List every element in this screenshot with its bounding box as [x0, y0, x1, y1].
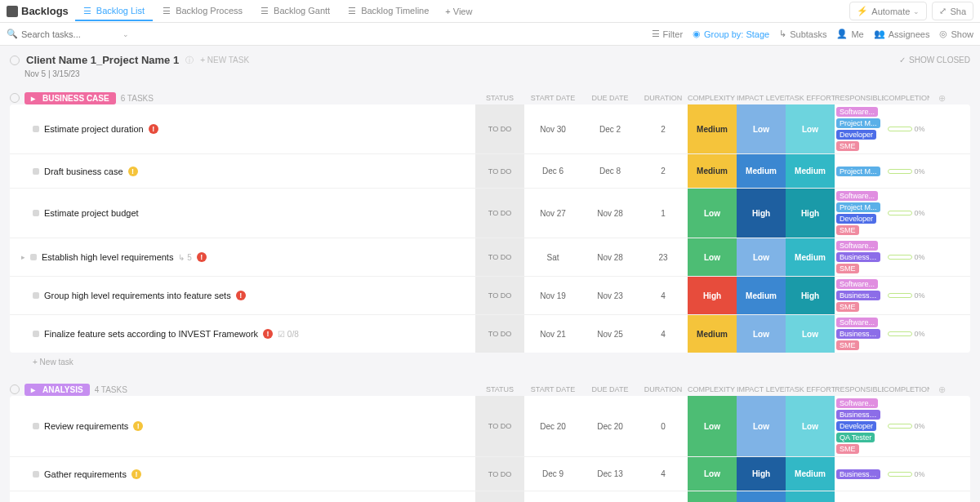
responsible-chip[interactable]: Business ...	[836, 291, 880, 300]
tab-backlog-timeline[interactable]: ☰Backlog Timeline	[340, 2, 437, 21]
responsible-chip[interactable]: SME	[836, 225, 859, 235]
priority-flag-icon[interactable]: !	[131, 469, 141, 479]
tab-backlog-process[interactable]: ☰Backlog Process	[154, 2, 251, 21]
show-button[interactable]: ◎Show	[939, 29, 973, 39]
info-icon[interactable]: ⓘ	[185, 55, 194, 66]
duration-cell[interactable]: 1	[639, 189, 688, 238]
complexity-cell[interactable]: Medium	[688, 315, 737, 353]
responsible-chip[interactable]: SME	[836, 302, 859, 312]
task-row[interactable]: Review requirements!TO DODec 20Dec 200Lo…	[10, 396, 970, 457]
complexity-cell[interactable]: Low	[688, 457, 737, 491]
complexity-cell[interactable]: Low	[688, 189, 737, 238]
impact-cell[interactable]: Medium	[737, 491, 786, 502]
responsible-chip[interactable]: Software...	[836, 107, 878, 117]
responsible-cell[interactable]: Business ...	[835, 457, 884, 491]
due-date-cell[interactable]: Nov 28	[581, 189, 639, 238]
due-date-cell[interactable]: Dec 21	[581, 491, 639, 502]
add-column-button[interactable]: ⊕	[929, 384, 954, 395]
impact-cell[interactable]: High	[737, 457, 786, 491]
col-head[interactable]: IMPACT LEVEL	[737, 94, 786, 102]
responsible-chip[interactable]: Software...	[836, 279, 878, 289]
duration-cell[interactable]: 4	[639, 315, 688, 353]
priority-flag-icon[interactable]: !	[263, 329, 273, 339]
collapse-circle-icon[interactable]	[10, 56, 20, 65]
task-name-cell[interactable]: Review requirements!	[10, 396, 475, 456]
status-dot-icon[interactable]	[33, 168, 39, 175]
due-date-cell[interactable]: Nov 25	[581, 315, 639, 353]
col-head[interactable]: IMPACT LEVEL	[737, 385, 786, 393]
responsible-chip[interactable]: Developer	[836, 214, 876, 224]
due-date-cell[interactable]: Dec 20	[581, 396, 639, 456]
col-head[interactable]: RESPONSIBLE	[835, 385, 884, 393]
impact-cell[interactable]: Low	[737, 396, 786, 456]
status-dot-icon[interactable]	[33, 423, 39, 429]
subtasks-button[interactable]: ↳Subtasks	[779, 29, 826, 39]
chevron-down-icon[interactable]: ⌄	[122, 30, 129, 38]
due-date-cell[interactable]: Dec 8	[581, 154, 639, 188]
impact-cell[interactable]: Medium	[737, 154, 786, 188]
due-date-cell[interactable]: Dec 2	[581, 104, 639, 153]
col-head[interactable]: RESPONSIBLE	[835, 94, 884, 102]
checklist-indicator[interactable]: ☑ 0/8	[278, 330, 299, 339]
me-button[interactable]: 👤Me	[836, 29, 863, 39]
responsible-cell[interactable]: Project M...	[835, 154, 884, 188]
search-input[interactable]	[21, 29, 119, 39]
status-dot-icon[interactable]	[30, 254, 37, 260]
duration-cell[interactable]: 4	[639, 457, 688, 491]
row-action[interactable]	[929, 457, 954, 491]
responsible-cell[interactable]: Software...Project M...DeveloperSME	[835, 189, 884, 238]
responsible-chip[interactable]: Business ...	[836, 252, 880, 262]
start-date-cell[interactable]: Sat	[524, 238, 581, 276]
collapse-group-icon[interactable]	[10, 93, 20, 103]
start-date-cell[interactable]: Nov 19	[524, 277, 581, 314]
status-dot-icon[interactable]	[33, 210, 39, 216]
responsible-cell[interactable]: Software...Business ...SME	[835, 315, 884, 353]
col-head[interactable]: START DATE	[524, 94, 581, 102]
start-date-cell[interactable]: Nov 27	[524, 189, 581, 238]
responsible-cell[interactable]: SME	[835, 491, 884, 502]
tab-backlog-gantt[interactable]: ☰Backlog Gantt	[252, 2, 338, 21]
responsible-chip[interactable]: Developer	[836, 421, 876, 431]
automate-button[interactable]: ⚡ Automate ⌄	[849, 2, 927, 20]
status-cell[interactable]: TO DO	[475, 491, 524, 502]
effort-cell[interactable]: High	[786, 189, 835, 238]
col-head[interactable]: COMPLETION ...	[884, 94, 929, 102]
task-row[interactable]: Estimate project duration!TO DONov 30Dec…	[10, 104, 970, 154]
due-date-cell[interactable]: Nov 28	[581, 238, 639, 276]
share-button[interactable]: ⤢ Sha	[932, 2, 973, 20]
group-by-button[interactable]: ◉Group by: Stage	[693, 29, 769, 39]
completion-cell[interactable]: 0%	[884, 315, 929, 353]
task-name-cell[interactable]: Estimate project budget	[10, 189, 475, 238]
task-name-cell[interactable]: Sign-off requirements!	[10, 491, 475, 502]
responsible-chip[interactable]: SME	[836, 141, 859, 151]
priority-flag-icon[interactable]: !	[149, 124, 158, 134]
row-action[interactable]	[929, 491, 954, 502]
completion-cell[interactable]: 0%	[884, 457, 929, 491]
status-cell[interactable]: TO DO	[475, 277, 524, 314]
effort-cell[interactable]: Medium	[786, 154, 835, 188]
due-date-cell[interactable]: Dec 13	[581, 457, 639, 491]
col-head[interactable]: COMPLEXITY LEVEL	[688, 385, 737, 393]
effort-cell[interactable]: Low	[786, 104, 835, 153]
impact-cell[interactable]: Medium	[737, 277, 786, 314]
col-head[interactable]: START DATE	[524, 385, 581, 393]
expand-caret-icon[interactable]: ▸	[21, 253, 25, 261]
impact-cell[interactable]: Low	[737, 315, 786, 353]
responsible-chip[interactable]: QA Tester	[836, 433, 875, 442]
status-dot-icon[interactable]	[33, 292, 39, 299]
responsible-chip[interactable]: Business ...	[836, 469, 880, 479]
priority-flag-icon[interactable]: !	[128, 167, 138, 176]
task-row[interactable]: Sign-off requirements!TO DODec 21Dec 210…	[10, 491, 970, 502]
row-action[interactable]	[929, 238, 954, 276]
effort-cell[interactable]: High	[786, 277, 835, 314]
responsible-chip[interactable]: Developer	[836, 130, 876, 140]
status-dot-icon[interactable]	[33, 331, 39, 337]
responsible-chip[interactable]: Business ...	[836, 410, 880, 420]
start-date-cell[interactable]: Dec 20	[524, 396, 581, 456]
priority-flag-icon[interactable]: !	[197, 252, 207, 262]
stage-pill[interactable]: ▸Analysis	[24, 384, 90, 396]
task-name-cell[interactable]: Gather requirements!	[10, 457, 475, 491]
add-column-button[interactable]: ⊕	[929, 93, 954, 104]
add-view-button[interactable]: + View	[437, 2, 480, 20]
impact-cell[interactable]: Low	[737, 238, 786, 276]
